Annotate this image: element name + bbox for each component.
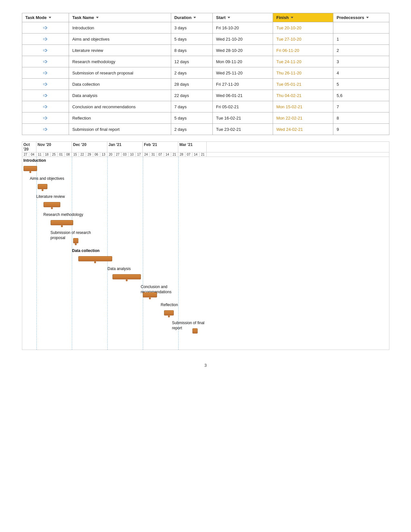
table-row: ➩Literature review8 daysWed 28-10-20Fri … — [22, 45, 389, 56]
duration-cell: 12 days — [171, 56, 213, 67]
gantt-row: Data analysis — [22, 265, 389, 283]
predecessors-cell: 1 — [333, 34, 389, 45]
project-table-section: Task Mode Task Name Duration — [19, 13, 392, 135]
task-name-cell: Data collection — [69, 79, 171, 90]
connector-dot — [29, 171, 31, 173]
connector-dot — [126, 279, 128, 281]
task-mode-icon: ➩ — [43, 24, 48, 31]
start-cell: Tue 23-02-21 — [213, 124, 273, 135]
gantt-task-label: Introduction — [24, 158, 46, 163]
gantt-bar — [192, 328, 198, 334]
table-row: ➩Submission of final report2 daysTue 23-… — [22, 124, 389, 135]
gantt-day-label: 07 — [185, 152, 192, 157]
gantt-day-label: 31 — [150, 152, 157, 157]
table-row: ➩Research methodology12 daysMon 09-11-20… — [22, 56, 389, 67]
th-taskname[interactable]: Task Name — [69, 13, 171, 22]
gantt-day-label: 29 — [86, 152, 93, 157]
connector-dot — [51, 207, 53, 209]
task-mode-icon: ➩ — [43, 58, 48, 65]
gantt-day-label: 27 — [114, 152, 122, 157]
th-predecessors[interactable]: Predecessors — [333, 13, 389, 22]
table-row: ➩Aims and objectives5 daysWed 21-10-20Tu… — [22, 34, 389, 45]
connector-dot — [61, 225, 63, 227]
duration-cell: 22 days — [171, 90, 213, 101]
duration-cell: 7 days — [171, 101, 213, 112]
start-cell: Wed 25-11-20 — [213, 67, 273, 79]
task-name-cell: Introduction — [69, 22, 171, 34]
page-number: 3 — [19, 363, 392, 368]
th-taskname-label: Task Name — [72, 15, 94, 20]
sort-arrow-duration — [193, 17, 196, 18]
project-table: Task Mode Task Name Duration — [22, 13, 389, 135]
th-finish[interactable]: Finish — [273, 13, 333, 22]
gantt-row: Conclusion and recommendations — [22, 283, 389, 301]
start-cell: Fri 27-11-20 — [213, 79, 273, 90]
start-cell: Fri 05-02-21 — [213, 101, 273, 112]
gantt-month-label: Feb '21 — [143, 142, 178, 152]
gantt-day-label: 13 — [100, 152, 107, 157]
th-duration[interactable]: Duration — [171, 13, 213, 22]
gantt-day-label: 22 — [79, 152, 86, 157]
task-mode-icon: ➩ — [43, 69, 48, 76]
task-mode-cell: ➩ — [22, 22, 69, 34]
gantt-task-label: Reflection — [161, 303, 178, 308]
gantt-row: Introduction — [22, 157, 389, 175]
gantt-day-label: 17 — [136, 152, 143, 157]
finish-cell: Tue 20-10-20 — [273, 22, 333, 34]
gantt-bar — [44, 202, 60, 207]
task-mode-icon: ➩ — [43, 103, 48, 110]
finish-cell: Mon 22-02-21 — [273, 112, 333, 124]
gantt-task-label: Research methodology — [44, 212, 83, 218]
gantt-day-label: 10 — [129, 152, 136, 157]
duration-cell: 2 days — [171, 124, 213, 135]
finish-cell: Tue 24-11-20 — [273, 56, 333, 67]
sort-arrow-taskmode — [49, 17, 51, 18]
duration-cell: 5 days — [171, 112, 213, 124]
table-row: ➩Conclusion and recommendations7 daysFri… — [22, 101, 389, 112]
gantt-row: Aims and objectives — [22, 175, 389, 193]
gantt-task-label: Submission of final report — [172, 321, 205, 331]
duration-cell: 3 days — [171, 22, 213, 34]
connector-dot — [75, 243, 77, 245]
gantt-day-label: 14 — [192, 152, 200, 157]
connector-dot — [149, 297, 151, 299]
th-start[interactable]: Start — [213, 13, 273, 22]
gantt-task-label: Data collection — [72, 248, 100, 254]
task-mode-cell: ➩ — [22, 90, 69, 101]
predecessors-cell: 5,6 — [333, 90, 389, 101]
table-row: ➩Reflection5 daysTue 16-02-21Mon 22-02-2… — [22, 112, 389, 124]
task-name-cell: Submission of final report — [69, 124, 171, 135]
predecessors-cell: 2 — [333, 45, 389, 56]
task-name-cell: Aims and objectives — [69, 34, 171, 45]
gantt-day-label: 20 — [107, 152, 114, 157]
gantt-task-label: Literature review — [36, 194, 65, 199]
page-number-text: 3 — [204, 363, 207, 368]
gantt-day-label: 21 — [171, 152, 178, 157]
predecessors-cell: 9 — [333, 124, 389, 135]
task-mode-cell: ➩ — [22, 67, 69, 79]
gantt-bar — [38, 184, 47, 189]
gantt-day-label: 06 — [93, 152, 100, 157]
task-name-cell: Data analysis — [69, 90, 171, 101]
gantt-day-label: 04 — [29, 152, 36, 157]
task-mode-cell: ➩ — [22, 45, 69, 56]
table-row: ➩Submission of research proposal2 daysWe… — [22, 67, 389, 79]
gantt-day-label: 27 — [22, 152, 29, 157]
start-cell: Tue 16-02-21 — [213, 112, 273, 124]
gantt-months-header: Oct '20Nov '20Dec '20Jan '21Feb '21Mar '… — [22, 141, 389, 152]
gantt-days-header: 2704111825010815222906132027031017243107… — [22, 152, 389, 157]
th-taskmode[interactable]: Task Mode — [22, 13, 69, 22]
finish-cell: Thu 26-11-20 — [273, 67, 333, 79]
task-mode-cell: ➩ — [22, 101, 69, 112]
gantt-task-label: Data analysis — [108, 266, 131, 272]
finish-cell: Tue 27-10-20 — [273, 34, 333, 45]
gantt-bar — [164, 310, 174, 315]
gantt-month-label: Nov '20 — [36, 142, 72, 152]
gantt-row: Data collection — [22, 247, 389, 265]
gantt-day-label: 08 — [65, 152, 72, 157]
finish-cell: Thu 04-02-21 — [273, 90, 333, 101]
gantt-task-label: Submission of research proposal — [51, 230, 91, 240]
start-cell: Fri 16-10-20 — [213, 22, 273, 34]
th-finish-label: Finish — [276, 15, 289, 20]
gantt-month-label: Dec '20 — [72, 142, 107, 152]
